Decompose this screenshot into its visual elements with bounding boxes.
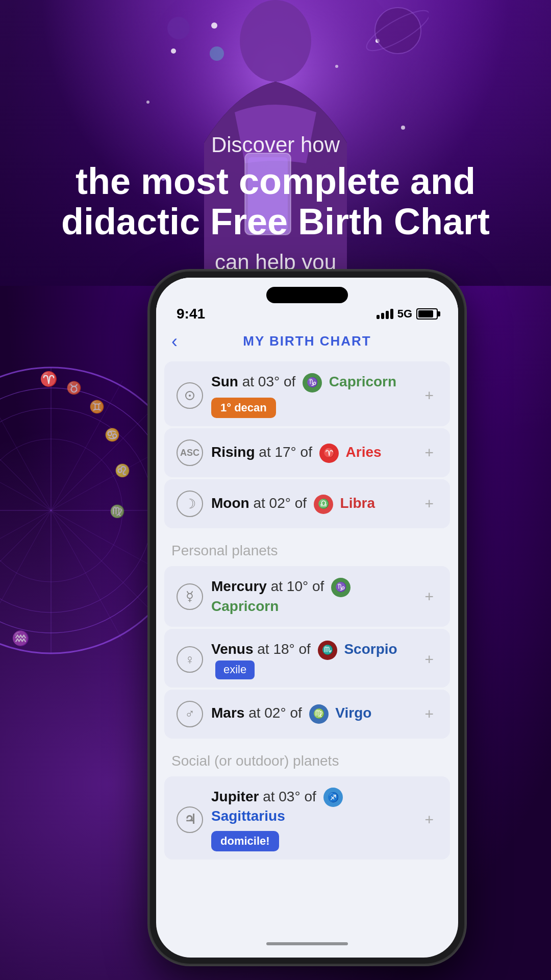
venus-icon: ♀ [177, 646, 203, 673]
jupiter-text: Jupiter at 03° of ♐ Sagittarius domicile… [211, 788, 420, 852]
section-personal-planets: Personal planets [156, 530, 458, 564]
svg-point-1 [240, 0, 311, 82]
svg-text:♈: ♈ [40, 371, 58, 387]
moon-name: Moon [211, 495, 249, 511]
rising-name: Rising [211, 444, 255, 460]
signal-bar-1 [377, 315, 380, 319]
svg-point-7 [401, 126, 405, 130]
sun-sign: Capricorn [329, 374, 396, 389]
rising-sign: Aries [346, 444, 382, 460]
moon-expand-button[interactable]: + [420, 495, 438, 512]
mars-sign: Virgo [335, 705, 371, 721]
virgo-icon: ♍ [309, 704, 329, 724]
mercury-text: Mercury at 10° of ♑ Capricorn [211, 577, 420, 616]
svg-point-11 [375, 8, 421, 54]
hero-subtitle: Discover how [31, 133, 520, 157]
svg-text:♋: ♋ [105, 427, 120, 442]
phone-screen: 9:41 5G ‹ MY BIRTH CHART [156, 278, 458, 958]
sun-text: Sun at 03° of ♑ Capricorn 1° decan [211, 373, 420, 418]
back-button[interactable]: ‹ [171, 331, 178, 352]
venus-sign: Scorpio [344, 641, 397, 657]
status-icons: 5G [377, 307, 438, 321]
venus-expand-button[interactable]: + [420, 651, 438, 668]
svg-point-13 [167, 17, 190, 39]
signal-bar-2 [381, 313, 384, 319]
status-time: 9:41 [177, 306, 205, 322]
capricorn-icon-mercury: ♑ [331, 578, 350, 597]
scroll-content: Sun at 03° of ♑ Capricorn 1° decan + ASC… [156, 361, 458, 872]
svg-text:♉: ♉ [66, 380, 82, 395]
dynamic-island [266, 287, 348, 303]
section-social-planets: Social (or outdoor) planets [156, 741, 458, 774]
jupiter-name: Jupiter [211, 789, 259, 804]
jupiter-expand-button[interactable]: + [420, 811, 438, 828]
nav-title: MY BIRTH CHART [243, 333, 371, 349]
mercury-expand-button[interactable]: + [420, 588, 438, 605]
svg-point-14 [210, 46, 224, 61]
planet-row-mercury[interactable]: ☿ Mercury at 10° of ♑ Capricorn + [164, 566, 450, 627]
svg-text:♌: ♌ [115, 463, 130, 478]
battery-fill [418, 310, 433, 317]
hero-text-block: Discover how the most complete and didac… [0, 133, 551, 275]
mars-name: Mars [211, 705, 244, 721]
moon-icon: ☽ [177, 491, 203, 517]
svg-point-4 [171, 48, 176, 54]
svg-text:♒: ♒ [12, 630, 30, 647]
phone-mockup: 9:41 5G ‹ MY BIRTH CHART [149, 271, 465, 965]
moon-sign: Libra [340, 495, 375, 511]
sun-name: Sun [211, 374, 238, 389]
exile-badge: exile [215, 660, 255, 679]
rising-icon: ASC [177, 439, 203, 466]
svg-text:♊: ♊ [89, 399, 105, 414]
mars-expand-button[interactable]: + [420, 705, 438, 723]
aries-icon: ♈ [319, 444, 339, 463]
status-5g: 5G [397, 307, 412, 321]
svg-text:♍: ♍ [110, 504, 125, 519]
mercury-sign: Capricorn [211, 598, 279, 614]
moon-text: Moon at 02° of ♎ Libra [211, 494, 420, 514]
phone-shell: 9:41 5G ‹ MY BIRTH CHART [149, 271, 465, 965]
svg-point-6 [146, 101, 149, 104]
signal-bar-3 [386, 311, 389, 319]
svg-point-40 [189, 395, 191, 397]
planet-row-moon[interactable]: ☽ Moon at 02° of ♎ Libra + [164, 479, 450, 528]
signal-bar-4 [390, 309, 393, 319]
rising-expand-button[interactable]: + [420, 444, 438, 461]
nav-bar: ‹ MY BIRTH CHART [156, 327, 458, 359]
svg-point-8 [211, 22, 217, 29]
decan-badge: 1° decan [211, 398, 276, 419]
mercury-icon: ☿ [177, 583, 203, 610]
planet-row-venus[interactable]: ♀ Venus at 18° of ♏ Scorpio exile + [164, 629, 450, 688]
libra-icon: ♎ [314, 495, 333, 514]
sun-expand-button[interactable]: + [420, 387, 438, 404]
battery-icon [416, 308, 438, 320]
planet-row-rising[interactable]: ASC Rising at 17° of ♈ Aries + [164, 428, 450, 477]
svg-point-9 [335, 65, 338, 68]
rising-text: Rising at 17° of ♈ Aries [211, 443, 420, 463]
scorpio-icon: ♏ [318, 641, 337, 660]
planet-row-sun[interactable]: Sun at 03° of ♑ Capricorn 1° decan + [164, 361, 450, 426]
mars-text: Mars at 02° of ♍ Virgo [211, 704, 420, 724]
home-indicator [266, 942, 348, 945]
domicile-badge: domicile! [211, 831, 279, 852]
planet-row-mars[interactable]: ♂ Mars at 02° of ♍ Virgo + [164, 690, 450, 739]
venus-text: Venus at 18° of ♏ Scorpio exile [211, 640, 420, 679]
capricorn-icon-sun: ♑ [303, 373, 322, 393]
sagittarius-icon: ♐ [323, 788, 343, 807]
jupiter-icon: ♃ [177, 806, 203, 833]
signal-bars [377, 309, 393, 319]
sun-icon [177, 382, 203, 409]
hero-main-title: the most complete and didactic Free Birt… [31, 161, 520, 242]
mars-icon: ♂ [177, 701, 203, 727]
venus-name: Venus [211, 641, 253, 657]
mercury-name: Mercury [211, 578, 267, 594]
planet-row-jupiter[interactable]: ♃ Jupiter at 03° of ♐ Sagittarius domici… [164, 776, 450, 860]
jupiter-sign: Sagittarius [211, 808, 285, 824]
